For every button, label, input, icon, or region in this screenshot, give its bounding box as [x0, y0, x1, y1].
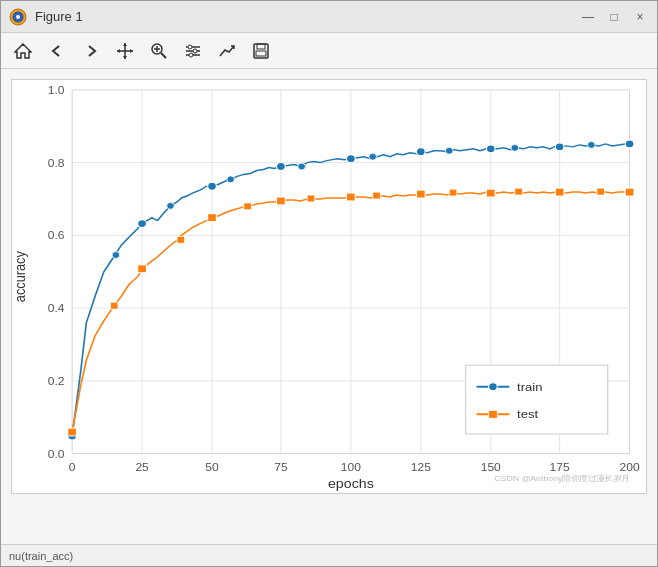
- svg-rect-71: [515, 188, 523, 195]
- svg-point-59: [227, 176, 235, 183]
- svg-text:0.8: 0.8: [48, 157, 65, 168]
- svg-point-18: [193, 49, 197, 53]
- svg-rect-65: [110, 302, 118, 309]
- svg-text:test: test: [517, 408, 539, 421]
- svg-point-64: [588, 141, 596, 148]
- svg-point-58: [167, 202, 175, 209]
- pan-button[interactable]: [111, 37, 139, 65]
- test-marker: [486, 189, 495, 197]
- window-title: Figure 1: [35, 9, 83, 24]
- trend-button[interactable]: [213, 37, 241, 65]
- train-marker: [625, 140, 634, 148]
- svg-rect-73: [466, 365, 608, 434]
- svg-marker-9: [130, 49, 133, 53]
- status-bar: nu(train_acc): [1, 544, 657, 566]
- svg-text:0.4: 0.4: [48, 303, 65, 314]
- svg-point-63: [511, 144, 519, 151]
- svg-text:100: 100: [341, 462, 361, 473]
- configure-button[interactable]: [179, 37, 207, 65]
- train-marker: [555, 143, 564, 151]
- title-bar: Figure 1 — □ ×: [1, 1, 657, 33]
- svg-rect-22: [256, 51, 266, 56]
- maximize-button[interactable]: □: [605, 8, 623, 26]
- svg-text:0.2: 0.2: [48, 375, 65, 386]
- svg-text:accuracy: accuracy: [13, 251, 29, 302]
- test-marker: [277, 197, 286, 205]
- svg-rect-78: [489, 410, 498, 418]
- forward-button[interactable]: [77, 37, 105, 65]
- svg-point-62: [445, 147, 453, 154]
- home-button[interactable]: [9, 37, 37, 65]
- title-controls: — □ ×: [579, 8, 649, 26]
- train-marker: [486, 145, 495, 153]
- svg-rect-72: [597, 188, 605, 195]
- train-marker: [416, 148, 425, 156]
- svg-line-11: [161, 53, 166, 58]
- svg-point-75: [489, 383, 498, 391]
- svg-point-57: [112, 252, 120, 259]
- window: Figure 1 — □ ×: [0, 0, 658, 567]
- svg-text:50: 50: [205, 462, 218, 473]
- svg-text:CSDN @Anthony陪你度过漫长岁月: CSDN @Anthony陪你度过漫长岁月: [494, 474, 629, 483]
- test-marker: [138, 265, 147, 273]
- chart-svg: 0.0 0.2 0.4 0.6 0.8 1.0 accuracy 0 25 50…: [12, 80, 646, 493]
- bottom-text: nu(train_acc): [9, 550, 73, 562]
- svg-text:1.0: 1.0: [48, 84, 65, 95]
- svg-rect-67: [244, 203, 252, 210]
- svg-point-61: [369, 153, 377, 160]
- test-marker: [208, 214, 217, 222]
- svg-text:200: 200: [620, 462, 640, 473]
- svg-point-2: [16, 15, 20, 19]
- close-button[interactable]: ×: [631, 8, 649, 26]
- chart-inner: 0.0 0.2 0.4 0.6 0.8 1.0 accuracy 0 25 50…: [11, 79, 647, 494]
- back-button[interactable]: [43, 37, 71, 65]
- test-marker: [416, 190, 425, 198]
- test-marker: [68, 428, 77, 436]
- svg-text:150: 150: [481, 462, 501, 473]
- train-marker: [138, 220, 147, 228]
- svg-rect-68: [307, 195, 315, 202]
- svg-point-19: [189, 53, 193, 57]
- train-marker: [346, 155, 355, 163]
- svg-point-60: [298, 163, 306, 170]
- train-marker: [208, 182, 217, 190]
- svg-text:125: 125: [411, 462, 431, 473]
- svg-text:175: 175: [550, 462, 570, 473]
- svg-marker-3: [15, 44, 31, 58]
- svg-text:train: train: [517, 380, 543, 393]
- svg-rect-66: [177, 236, 185, 243]
- svg-text:0.0: 0.0: [48, 448, 65, 459]
- svg-rect-70: [449, 189, 457, 196]
- save-button[interactable]: [247, 37, 275, 65]
- svg-marker-7: [123, 56, 127, 59]
- svg-text:0.6: 0.6: [48, 230, 65, 241]
- svg-text:epochs: epochs: [328, 477, 374, 491]
- chart-container: 0.0 0.2 0.4 0.6 0.8 1.0 accuracy 0 25 50…: [1, 69, 657, 544]
- toolbar: [1, 33, 657, 69]
- svg-text:25: 25: [135, 462, 148, 473]
- test-marker: [346, 193, 355, 201]
- svg-marker-8: [117, 49, 120, 53]
- zoom-button[interactable]: [145, 37, 173, 65]
- svg-marker-6: [123, 43, 127, 46]
- svg-rect-69: [373, 192, 381, 199]
- train-marker: [277, 163, 286, 171]
- svg-text:0: 0: [69, 462, 76, 473]
- svg-text:75: 75: [274, 462, 287, 473]
- svg-point-17: [188, 45, 192, 49]
- test-marker: [555, 188, 564, 196]
- app-icon: [9, 8, 27, 26]
- test-marker: [625, 188, 634, 196]
- title-left: Figure 1: [9, 8, 83, 26]
- minimize-button[interactable]: —: [579, 8, 597, 26]
- content-area: 0.0 0.2 0.4 0.6 0.8 1.0 accuracy 0 25 50…: [1, 69, 657, 544]
